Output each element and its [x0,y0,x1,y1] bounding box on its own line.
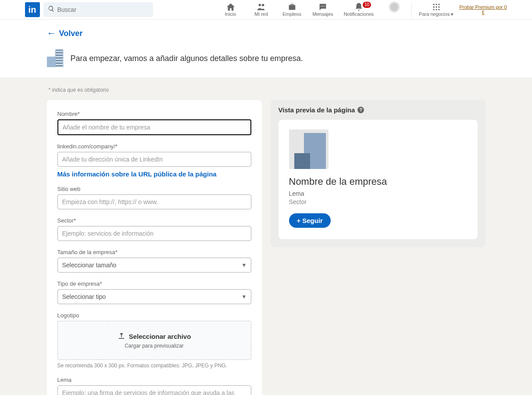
home-icon [226,3,236,11]
help-icon[interactable]: ? [357,107,364,113]
nav-label: Para negocios ▾ [419,11,453,17]
size-select[interactable]: Seleccionar tamaño [57,258,251,273]
required-note: * indica que es obligatorio [47,87,486,93]
svg-point-3 [322,6,323,7]
svg-point-7 [438,4,439,5]
nav-me[interactable] [379,2,410,17]
svg-point-8 [433,6,434,7]
name-input[interactable] [57,119,251,135]
preview-logo-placeholder [289,129,328,169]
svg-point-11 [433,9,434,10]
nav-home[interactable]: Inicio [215,3,246,17]
grid-icon [432,3,441,11]
briefcase-icon [287,3,297,11]
main-area: * indica que es obligatorio Nombre* link… [0,78,532,395]
nav-network[interactable]: Mi red [246,3,277,17]
type-label: Tipo de empresa* [57,280,251,287]
svg-point-5 [433,4,434,5]
type-select[interactable]: Seleccionar tipo [57,289,251,304]
svg-point-10 [438,6,439,7]
nav-messages[interactable]: Mensajes [307,3,339,17]
svg-point-4 [324,6,325,7]
tagline-input[interactable] [57,385,251,395]
form-card: Nombre* linkedin.com/company/* Más infor… [47,100,262,395]
nav-label: Notificaciones [344,11,374,17]
notification-badge: 10 [363,2,371,8]
bell-icon [354,3,364,11]
back-label: Volver [59,29,83,38]
follow-button[interactable]: + Seguir [289,213,331,228]
preview-card: Nombre de la empresa Lema Sector + Segui… [278,120,478,239]
upload-label: Seleccionar archivo [129,333,191,340]
linkedin-logo[interactable]: in [25,2,40,17]
preview-panel: Vista previa de la página ? Nombre de la… [271,100,486,247]
subheader: ← Volver Para empezar, vamos a añadir al… [0,20,532,78]
svg-point-6 [436,4,437,5]
preview-sector: Sector [289,198,467,205]
svg-point-13 [438,9,439,10]
website-label: Sitio web [57,186,251,192]
preview-header: Vista previa de la página ? [278,106,478,114]
url-info-link[interactable]: Más información sobre la URL pública de … [57,170,251,178]
svg-point-1 [261,4,264,7]
chat-icon [318,3,328,11]
logo-upload[interactable]: Seleccionar archivo Cargar para previsua… [57,321,251,360]
nav-label: Empleos [282,11,301,17]
divider [411,2,412,18]
top-nav: in Inicio Mi red Empleos Mensajes [0,0,532,20]
svg-point-0 [258,4,261,7]
website-input[interactable] [57,194,251,209]
people-icon [257,3,266,11]
url-input[interactable] [57,152,251,167]
nav-business[interactable]: Para negocios ▾ [414,3,459,17]
upload-icon [118,332,125,341]
size-label: Tamaño de la empresa* [57,249,251,255]
nav-label: Mi red [254,11,268,17]
tagline-label: Lema [57,377,251,383]
premium-link[interactable]: Probar Premium por 0 € [459,4,507,15]
nav-label: Mensajes [313,11,333,17]
building-icon [47,50,64,67]
svg-point-9 [436,6,437,7]
back-link[interactable]: ← Volver [47,28,486,39]
nav-label [394,12,395,17]
intro-text: Para empezar, vamos a añadir algunos det… [71,54,303,63]
arrow-left-icon: ← [47,28,57,39]
svg-point-12 [436,9,437,10]
upload-sub: Cargar para previsualizar [68,343,240,349]
search-box[interactable] [43,2,153,17]
svg-point-2 [321,6,321,7]
plus-icon: + [297,217,301,224]
search-input[interactable] [57,6,149,13]
nav-notifications[interactable]: 10 Notificaciones [339,3,379,17]
search-icon [48,5,55,14]
sector-label: Sector* [57,217,251,224]
preview-company-name: Nombre de la empresa [289,176,467,187]
url-label: linkedin.com/company/* [57,143,251,150]
preview-tagline: Lema [289,190,467,197]
nav-label: Inicio [225,11,236,17]
logo-hint: Se recomienda 300 x 300 px. Formatos com… [57,363,251,369]
logo-label: Logotipo [57,312,251,319]
avatar [389,2,399,12]
nav-jobs[interactable]: Empleos [277,3,307,17]
name-label: Nombre* [57,111,251,117]
sector-input[interactable] [57,226,251,241]
